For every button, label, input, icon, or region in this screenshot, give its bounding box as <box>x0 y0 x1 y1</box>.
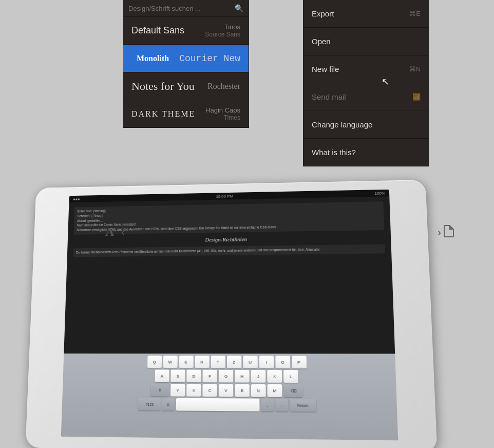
menu-label-new-file: New file <box>312 65 339 73</box>
font-sample-rochester: Rochester <box>207 82 240 91</box>
key-comma[interactable]: , <box>261 399 274 412</box>
ipad-status-time: 10:00 PM <box>216 194 233 198</box>
key-backspace[interactable]: ⌫ <box>283 384 303 397</box>
search-icon: 🔍 <box>235 4 243 12</box>
key-o[interactable]: O <box>275 356 290 369</box>
menu-item-send-mail: Send mail 📶 <box>303 83 429 111</box>
font-item-dark-theme[interactable]: Dark Theme Hagin Caps Times <box>123 100 249 128</box>
key-shift[interactable]: ⇧ <box>150 384 169 397</box>
menu-item-what-is-this[interactable]: What is this? <box>303 139 429 166</box>
key-q[interactable]: Q <box>147 356 161 368</box>
ipad-heading: Design-Richtlinien <box>73 233 385 245</box>
key-i[interactable]: I <box>259 356 274 368</box>
key-f[interactable]: F <box>203 370 217 383</box>
font-item-monolith[interactable]: Monolith Courier New <box>123 45 249 72</box>
font-samples-dark: Hagin Caps Times <box>205 106 240 121</box>
key-numbers[interactable]: .?123 <box>138 398 160 410</box>
menu-label-what-is-this: What is this? <box>312 148 356 157</box>
ipad-status-right: 100% <box>374 191 385 195</box>
key-y[interactable]: Y <box>170 384 185 397</box>
menu-label-change-language: Change language <box>312 120 372 129</box>
key-w[interactable]: W <box>163 356 177 368</box>
menu-item-change-language[interactable]: Change language <box>303 111 429 139</box>
font-samples-default-sans: Tinos Source Sans <box>205 23 240 38</box>
menu-item-new-file[interactable]: New file ⌘N <box>303 55 429 83</box>
menu-shortcut-export: ⌘E <box>409 10 421 17</box>
key-d[interactable]: D <box>186 370 201 383</box>
menu-label-send-mail: Send mail <box>312 92 346 101</box>
ipad-text-block-1: Enter Text: (starting) Schriften: ( Tino… <box>74 201 385 234</box>
key-v[interactable]: V <box>219 384 233 397</box>
font-name-default-sans: Default Sans <box>131 25 184 36</box>
font-name-monolith: Monolith <box>131 52 174 65</box>
key-k[interactable]: K <box>267 370 282 383</box>
key-space[interactable] <box>176 398 259 412</box>
font-name-dark: Dark Theme <box>131 109 195 119</box>
search-bar: 🔍 <box>123 0 249 17</box>
font-sample-tinos: Tinos <box>205 23 240 31</box>
key-c[interactable]: C <box>202 384 217 397</box>
key-m[interactable]: M <box>267 384 282 397</box>
key-s[interactable]: S <box>170 370 185 382</box>
ipad-text-area[interactable]: Enter Text: (starting) Schriften: ( Tino… <box>64 196 395 353</box>
font-item-notes[interactable]: Notes for You Rochester <box>123 72 249 100</box>
key-return[interactable]: Return <box>289 399 316 412</box>
key-z[interactable]: Z <box>227 356 241 368</box>
font-samples-notes: Rochester <box>207 82 240 91</box>
font-samples-monolith: Courier New <box>179 53 240 64</box>
key-e[interactable]: E <box>179 356 193 368</box>
left-arrow-icon[interactable]: ‹ <box>121 226 125 239</box>
key-h[interactable]: H <box>235 370 250 383</box>
search-input[interactable] <box>128 5 235 12</box>
font-panel: 🔍 Default Sans Tinos Source Sans Monolit… <box>123 0 249 128</box>
key-j[interactable]: J <box>251 370 266 383</box>
key-emoji[interactable]: ☺ <box>162 398 174 411</box>
key-p[interactable]: P <box>292 356 307 369</box>
keyboard-row-4: .?123 ☺ , . Return <box>63 397 396 412</box>
key-period[interactable]: . <box>275 399 288 412</box>
menu-panel: Export ⌘E Open New file ⌘N Send mail 📶 C… <box>303 0 429 166</box>
key-r[interactable]: R <box>195 356 209 368</box>
menu-item-export[interactable]: Export ⌘E <box>303 0 429 28</box>
key-x[interactable]: X <box>186 384 201 397</box>
menu-shortcut-new-file: ⌘N <box>409 65 421 73</box>
key-b[interactable]: B <box>235 384 250 397</box>
key-g[interactable]: G <box>219 370 233 383</box>
key-u[interactable]: U <box>243 356 258 368</box>
font-sample-times: Times <box>205 114 240 121</box>
font-sample-hagin: Hagin Caps <box>205 106 240 114</box>
ipad-text-block-2: Du kannst Webbrowsern Kern-Probleme verö… <box>73 245 385 257</box>
menu-item-open[interactable]: Open <box>303 28 429 55</box>
ipad-keyboard[interactable]: Q W E R T Z U I O P A S D <box>61 353 398 440</box>
keyboard-row-2: A S D F G H J K L <box>64 369 395 383</box>
font-size-icon[interactable]: A <box>105 225 114 239</box>
right-arrow-icon[interactable]: › <box>438 226 441 239</box>
font-item-default-sans[interactable]: Default Sans Tinos Source Sans <box>123 17 249 45</box>
font-sample-courier: Courier New <box>179 53 240 64</box>
menu-label-export: Export <box>312 9 334 18</box>
font-name-notes: Notes for You <box>131 80 195 93</box>
font-sample-source-sans: Source Sans <box>205 31 240 38</box>
keyboard-row-1: Q W E R T Z U I O P <box>64 356 394 368</box>
key-l[interactable]: L <box>283 370 298 383</box>
wifi-icon: 📶 <box>412 93 421 101</box>
key-a[interactable]: A <box>155 370 169 382</box>
ipad-body: ●●● 10:00 PM 100% Enter Text: (starting)… <box>25 180 437 448</box>
new-file-icon[interactable] <box>444 225 454 240</box>
ipad-status-left: ●●● <box>73 197 80 201</box>
key-t[interactable]: T <box>211 356 225 368</box>
menu-label-open: Open <box>312 37 331 46</box>
ipad-container: ●●● 10:00 PM 100% Enter Text: (starting)… <box>26 180 426 447</box>
key-n[interactable]: N <box>251 384 266 397</box>
keyboard-row-3: ⇧ Y X C V B N M ⌫ <box>63 383 395 398</box>
